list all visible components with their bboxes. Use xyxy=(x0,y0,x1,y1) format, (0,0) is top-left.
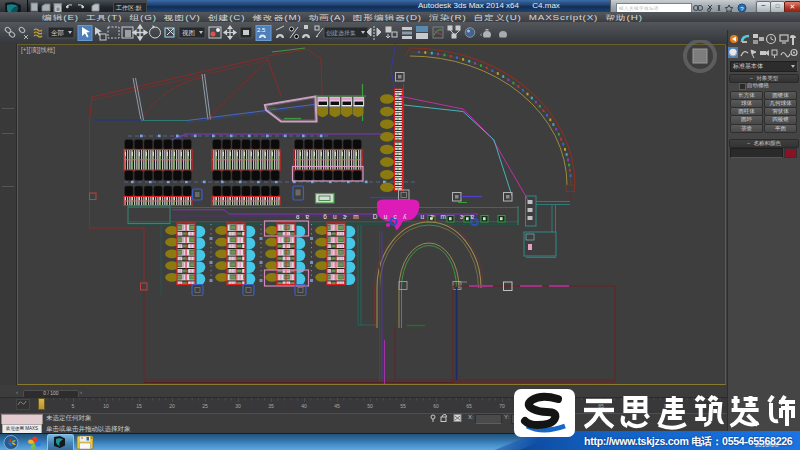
svg-text:10: 10 xyxy=(103,403,109,409)
svg-text:20: 20 xyxy=(169,403,175,409)
svg-text:15: 15 xyxy=(136,403,142,409)
svg-text:50: 50 xyxy=(367,403,373,409)
svg-text:5: 5 xyxy=(72,403,75,409)
svg-text:55: 55 xyxy=(400,403,406,409)
svg-text:70: 70 xyxy=(499,403,505,409)
svg-text:65: 65 xyxy=(466,403,472,409)
svg-text:全部: 全部 xyxy=(51,29,64,37)
svg-text:视图: 视图 xyxy=(182,29,195,37)
svg-text:创建选择集: 创建选择集 xyxy=(326,30,356,37)
svg-text:45: 45 xyxy=(334,403,340,409)
svg-text:60: 60 xyxy=(433,403,439,409)
svg-text:30: 30 xyxy=(235,403,241,409)
svg-text:40: 40 xyxy=(301,403,307,409)
svg-text:25: 25 xyxy=(202,403,208,409)
svg-text:2.5: 2.5 xyxy=(257,27,266,33)
svg-text:35: 35 xyxy=(268,403,274,409)
